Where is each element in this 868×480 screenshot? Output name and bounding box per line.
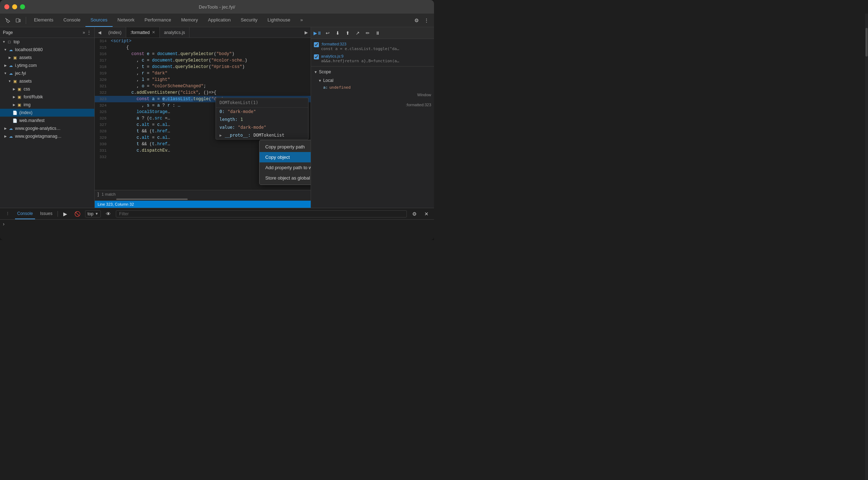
tree-label-localhost: localhost:8080 bbox=[15, 47, 43, 52]
code-line-315: 315 { bbox=[95, 44, 311, 51]
tree-item-css[interactable]: ▶ ▣ css bbox=[0, 85, 94, 93]
tab-performance[interactable]: Performance bbox=[139, 14, 176, 27]
tab-lighthouse[interactable]: Lighthouse bbox=[262, 14, 295, 27]
editor-status-bar: Line 323, Column 32 bbox=[95, 201, 311, 208]
arrow-ytimg: ▶ bbox=[3, 63, 8, 68]
expand-proto-icon[interactable]: ▶ bbox=[220, 133, 222, 138]
scope-section: ▼ Scope ▼ Local a: undefined bbox=[311, 66, 434, 100]
editor-nav-next[interactable]: ▶ bbox=[301, 28, 311, 37]
tree-item-ga[interactable]: ▶ ☁ www.google-analytics… bbox=[0, 124, 94, 132]
scope-var-a: a: undefined bbox=[323, 84, 431, 90]
context-selector[interactable]: top ▼ bbox=[85, 210, 101, 217]
code-line-320: 320 , l = "light" bbox=[95, 77, 311, 83]
tree-item-localhost[interactable]: ▼ ☁ localhost:8080 bbox=[0, 46, 94, 54]
tab-label-formatted: :formatted bbox=[130, 30, 150, 35]
console-eye-btn[interactable]: 👁 bbox=[104, 209, 113, 219]
sidebar-menu-icon[interactable]: ⋮ bbox=[87, 30, 92, 35]
pause-on-exception-btn[interactable]: ⏸ bbox=[373, 29, 382, 37]
code-line-314: 314 <script> bbox=[95, 38, 311, 44]
maximize-button[interactable] bbox=[20, 4, 25, 9]
deactivate-breakpoints-btn[interactable]: ✏ bbox=[363, 29, 372, 37]
context-add-watch[interactable]: Add property path to watch bbox=[260, 162, 311, 173]
network-icon: ☁ bbox=[8, 47, 14, 53]
console-more-icon[interactable]: ⋮ bbox=[3, 209, 12, 219]
editor-tab-index[interactable]: (index) bbox=[104, 27, 126, 38]
context-copy-object[interactable]: Copy object bbox=[260, 152, 311, 162]
code-editor-area: ◀ (index) :formatted ✕ analytics.js ▶ bbox=[95, 27, 311, 208]
tree-label-top: top bbox=[14, 39, 20, 44]
step-btn[interactable]: ↗ bbox=[353, 29, 362, 37]
close-console-btn[interactable]: ✕ bbox=[422, 209, 431, 219]
context-copy-path[interactable]: Copy property path bbox=[260, 142, 311, 152]
device-toolbar-icon[interactable] bbox=[14, 16, 23, 25]
domtoken-row-proto[interactable]: ▶ __proto__: DOMTokenList bbox=[216, 131, 308, 139]
tree-item-jec[interactable]: ▼ ☁ jec.fyi bbox=[0, 69, 94, 77]
tree-label-ga: www.google-analytics… bbox=[15, 126, 60, 131]
tab-security[interactable]: Security bbox=[236, 14, 262, 27]
tree-item-top[interactable]: ▼ □ top bbox=[0, 38, 94, 46]
scope-val-a: undefined bbox=[329, 85, 351, 90]
inspector-icon[interactable] bbox=[3, 16, 12, 25]
editor-nav-prev[interactable]: ◀ bbox=[95, 28, 104, 37]
window-label: Window bbox=[311, 91, 434, 98]
devtools-tab-bar: Elements Console Sources Network Perform… bbox=[29, 14, 410, 27]
scrollbar-thumb[interactable] bbox=[116, 199, 188, 200]
sidebar-more-icon[interactable]: » bbox=[83, 30, 85, 35]
arrow-assets-lh: ▶ bbox=[7, 55, 12, 60]
local-scope-header[interactable]: ▼ Local bbox=[318, 77, 431, 84]
console-prompt[interactable]: › bbox=[3, 221, 431, 227]
tab-close-formatted[interactable]: ✕ bbox=[152, 30, 155, 35]
arrow-ga: ▶ bbox=[3, 126, 8, 131]
context-store-global[interactable]: Store object as global variable bbox=[260, 173, 311, 183]
breakpoint-1-checkbox[interactable] bbox=[314, 42, 319, 47]
console-run-btn[interactable]: ▶ bbox=[61, 209, 70, 219]
editor-tab-formatted[interactable]: :formatted ✕ bbox=[126, 27, 160, 38]
search-bracket-icon: ] bbox=[98, 192, 99, 197]
debug-content: :formatted:323 const a = e.classList.tog… bbox=[311, 39, 434, 208]
settings-icon[interactable]: ⚙ bbox=[412, 16, 421, 25]
tab-elements[interactable]: Elements bbox=[29, 14, 58, 27]
sidebar-title: Page bbox=[3, 30, 13, 35]
tree-item-assets-jec[interactable]: ▼ ▣ assets bbox=[0, 77, 94, 85]
close-button[interactable] bbox=[4, 4, 9, 9]
arrow-gtm: ▶ bbox=[3, 134, 8, 139]
tree-item-assets-lh[interactable]: ▶ ▣ assets bbox=[0, 54, 94, 62]
tab-label-analytics: analytics.js bbox=[164, 30, 185, 35]
step-into-btn[interactable]: ⬇ bbox=[333, 29, 342, 37]
tree-item-ytimg[interactable]: ▶ ☁ i.ytimg.com bbox=[0, 62, 94, 69]
tree-item-img[interactable]: ▶ ▣ img bbox=[0, 101, 94, 109]
debug-panel: ▶⏸ ↩ ⬇ ⬆ ↗ ✏ ⏸ :formatted:323 bbox=[311, 27, 434, 208]
scope-header[interactable]: ▼ Scope bbox=[311, 68, 434, 76]
console-clear-btn[interactable]: 🚫 bbox=[73, 209, 82, 219]
context-dropdown-icon: ▼ bbox=[95, 212, 98, 216]
console-filter-input[interactable] bbox=[116, 210, 407, 217]
issues-tab[interactable]: Issues bbox=[38, 208, 55, 219]
scope-label: Scope bbox=[319, 69, 331, 74]
tree-item-font[interactable]: ▶ ▣ font/Rubik bbox=[0, 93, 94, 101]
editor-horizontal-scrollbar[interactable] bbox=[95, 198, 311, 201]
editor-tab-bar: ◀ (index) :formatted ✕ analytics.js ▶ bbox=[95, 27, 311, 38]
tab-memory[interactable]: Memory bbox=[176, 14, 203, 27]
tree-item-gtm[interactable]: ▶ ☁ www.googletagmanag… bbox=[0, 132, 94, 140]
arrow-top: ▼ bbox=[1, 39, 6, 44]
titlebar: DevTools - jec.fyi/ bbox=[0, 0, 434, 14]
breakpoint-2-checkbox[interactable] bbox=[314, 54, 319, 59]
minimize-button[interactable] bbox=[12, 4, 17, 9]
console-settings-btn[interactable]: ⚙ bbox=[410, 209, 419, 219]
step-over-btn[interactable]: ↩ bbox=[323, 29, 332, 37]
more-options-icon[interactable]: ⋮ bbox=[422, 16, 431, 25]
domtoken-row-value: value: "dark-mode" bbox=[216, 123, 308, 131]
tree-label-assets-lh: assets bbox=[19, 55, 32, 60]
scope-key-a: a: bbox=[323, 85, 328, 90]
tree-item-manifest[interactable]: ▶ 📄 web.manifest bbox=[0, 117, 94, 124]
tree-item-index[interactable]: ▶ 📄 (index) bbox=[0, 109, 94, 117]
tab-more[interactable]: » bbox=[295, 14, 308, 27]
editor-tab-analytics[interactable]: analytics.js bbox=[160, 27, 190, 38]
console-tab[interactable]: Console bbox=[15, 208, 35, 219]
tab-sources[interactable]: Sources bbox=[85, 14, 113, 27]
tab-network[interactable]: Network bbox=[113, 14, 140, 27]
resume-btn[interactable]: ▶⏸ bbox=[313, 29, 322, 37]
step-out-btn[interactable]: ⬆ bbox=[343, 29, 352, 37]
tab-console[interactable]: Console bbox=[58, 14, 85, 27]
tab-application[interactable]: Application bbox=[203, 14, 236, 27]
